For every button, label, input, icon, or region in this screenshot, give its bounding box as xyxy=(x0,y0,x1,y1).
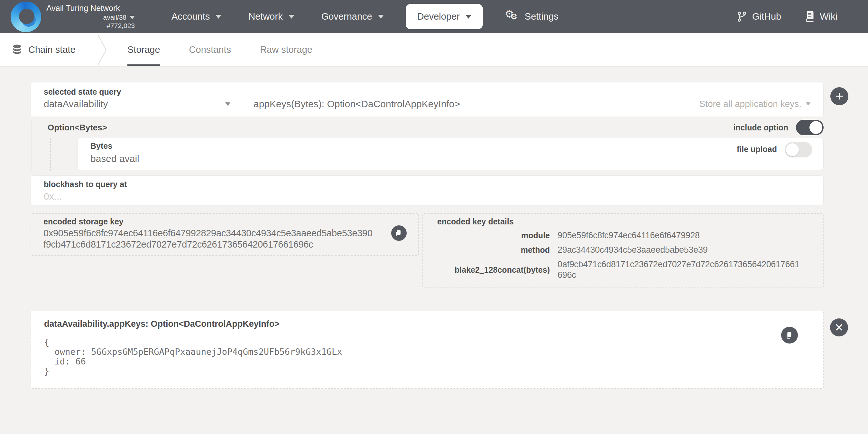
github-link[interactable]: GitHub xyxy=(737,11,781,22)
chevron-down-icon xyxy=(288,15,294,19)
tab-raw-storage[interactable]: Raw storage xyxy=(260,33,312,66)
encoded-storage-key-value: 0x905e59f6c8fc974ec64116e6f647992829ac34… xyxy=(43,228,406,250)
network-name: Avail Turing Network xyxy=(46,3,120,13)
menu-network[interactable]: Network xyxy=(244,0,299,33)
page-title: Chain state xyxy=(28,45,75,55)
indent-guide xyxy=(32,120,32,171)
blockhash-label: blockhash to query at xyxy=(44,180,810,189)
chevron-down-icon xyxy=(130,16,135,19)
copy-icon xyxy=(395,229,403,237)
add-query-button[interactable]: + xyxy=(830,87,848,105)
result-header: dataAvailability.appKeys: Option<DaContr… xyxy=(44,319,810,329)
blockhash-box: blockhash to query at xyxy=(31,175,824,205)
tab-storage[interactable]: Storage xyxy=(127,33,160,66)
close-result-button[interactable]: ✕ xyxy=(830,318,848,337)
include-option-label: include option xyxy=(733,123,788,132)
file-upload-label: file upload xyxy=(737,145,777,154)
copy-icon xyxy=(785,331,794,339)
close-icon: ✕ xyxy=(835,321,844,334)
module-dropdown[interactable]: dataAvailability xyxy=(44,98,230,110)
bytes-input[interactable] xyxy=(90,153,380,164)
menu-settings[interactable]: ⚙⚙ Settings xyxy=(500,0,563,33)
menu-developer[interactable]: Developer xyxy=(406,4,483,29)
plus-icon: + xyxy=(836,89,843,103)
bytes-label: Bytes xyxy=(90,141,380,151)
encoded-key-details-box: encoded key details module 905e59f6c8fc9… xyxy=(423,213,824,288)
database-icon xyxy=(12,45,22,55)
tab-constants[interactable]: Constants xyxy=(189,33,231,66)
menu-accounts[interactable]: Accounts xyxy=(167,0,226,33)
network-selector[interactable]: Avail Turing Network avail/38 #772,023 xyxy=(46,3,135,30)
gear-icon: ⚙⚙ xyxy=(505,10,519,24)
block-number: #772,023 xyxy=(106,22,135,30)
chevron-down-icon xyxy=(216,15,221,19)
chevron-down-icon xyxy=(806,103,810,106)
book-icon xyxy=(805,11,815,22)
bytes-param-box: Bytes file upload xyxy=(78,138,824,170)
method-description-dropdown[interactable]: Store all application keys. xyxy=(699,99,810,109)
wiki-link[interactable]: Wiki xyxy=(805,11,837,22)
chevron-down-icon xyxy=(378,15,384,19)
detail-row-value: 29ac34430c4934c5e3aaeed5abe53e39 xyxy=(558,245,802,255)
include-option-toggle[interactable] xyxy=(796,120,824,135)
breadcrumb-chevron-icon xyxy=(96,33,107,67)
blockhash-input[interactable] xyxy=(44,191,494,202)
encoded-key-details-label: encoded key details xyxy=(437,217,514,226)
avail-logo-icon[interactable] xyxy=(11,2,41,32)
query-panel: selected state query dataAvailability ap… xyxy=(31,82,824,117)
page-header: Chain state Storage Constants Raw storag… xyxy=(0,33,868,67)
query-result-box: dataAvailability.appKeys: Option<DaContr… xyxy=(31,311,824,389)
copy-key-button[interactable] xyxy=(391,225,407,241)
encoded-storage-key-box: encoded storage key 0x905e59f6c8fc974ec6… xyxy=(31,213,419,256)
param-type-label: Option<Bytes> xyxy=(48,123,107,133)
encoded-storage-key-label: encoded storage key xyxy=(43,217,124,226)
top-navbar: Avail Turing Network avail/38 #772,023 A… xyxy=(0,0,868,33)
copy-result-button[interactable] xyxy=(781,327,798,344)
detail-row-label: module xyxy=(437,231,550,240)
option-param-row: Option<Bytes> include option xyxy=(48,120,824,135)
detail-row-label: method xyxy=(437,245,550,255)
main-menu: Accounts Network Governance Developer ⚙⚙… xyxy=(158,0,572,33)
chevron-down-icon xyxy=(466,15,471,19)
toggle-knob xyxy=(786,143,799,156)
code-branch-icon xyxy=(737,11,747,22)
query-label: selected state query xyxy=(44,87,810,96)
chain-spec: avail/38 xyxy=(103,13,126,22)
toggle-knob xyxy=(809,121,822,134)
file-upload-toggle[interactable] xyxy=(785,142,812,157)
method-dropdown[interactable]: appKeys(Bytes): Option<DaControlAppKeyIn… xyxy=(253,98,460,110)
detail-row-label: blake2_128concat(bytes) xyxy=(437,265,550,274)
chevron-down-icon xyxy=(225,103,230,106)
menu-governance[interactable]: Governance xyxy=(317,0,388,33)
detail-row-value: 905e59f6c8fc974ec64116e6f6479928 xyxy=(558,230,802,241)
result-output: { owner: 5GGxpsGM5pERGAPqPxaaunejJoP4qGm… xyxy=(44,338,810,376)
indent-guide xyxy=(50,138,51,171)
tab-bar: Storage Constants Raw storage xyxy=(127,33,341,66)
detail-row-value: 0af9cb471c6d8171c23672ed7027e7d72c626173… xyxy=(558,259,802,281)
